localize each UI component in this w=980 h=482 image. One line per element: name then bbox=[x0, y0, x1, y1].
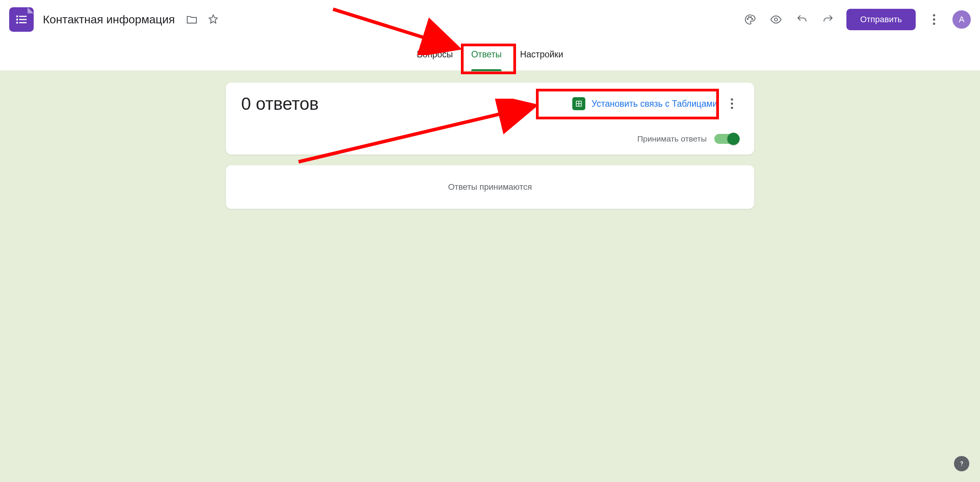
svg-point-7 bbox=[748, 17, 750, 18]
move-to-folder-button[interactable] bbox=[184, 12, 199, 27]
sheets-link-label: Установить связь с Таблицами bbox=[591, 99, 717, 109]
accepting-responses-label: Принимать ответы bbox=[637, 134, 707, 143]
svg-point-9 bbox=[752, 18, 753, 20]
tab-responses[interactable]: Ответы bbox=[471, 46, 501, 63]
svg-point-8 bbox=[750, 17, 751, 18]
app-header: Контактная информация bbox=[0, 0, 980, 39]
responses-card: 0 ответов Установить связь с Таблицами bbox=[226, 83, 754, 155]
status-card: Ответы принимаются bbox=[226, 165, 754, 209]
list-icon bbox=[15, 13, 28, 26]
link-to-sheets-button[interactable]: Установить связь с Таблицами bbox=[572, 97, 717, 110]
accepting-responses-toggle[interactable] bbox=[714, 134, 739, 144]
preview-button[interactable] bbox=[768, 12, 784, 27]
palette-icon bbox=[744, 13, 756, 26]
undo-button[interactable] bbox=[794, 12, 810, 27]
responses-card-menu[interactable] bbox=[725, 97, 739, 111]
forms-app-icon[interactable] bbox=[9, 7, 34, 32]
tabs-bar: Вопросы Ответы Настройки bbox=[0, 39, 980, 70]
folder-icon bbox=[186, 13, 198, 26]
tab-questions[interactable]: Вопросы bbox=[417, 46, 453, 63]
canvas-area: 0 ответов Установить связь с Таблицами bbox=[0, 70, 980, 482]
responses-count: 0 ответов bbox=[241, 93, 319, 114]
help-icon bbox=[957, 459, 966, 468]
theme-button[interactable] bbox=[742, 12, 758, 27]
undo-icon bbox=[796, 13, 808, 26]
send-button[interactable]: Отправить bbox=[846, 9, 916, 30]
redo-icon bbox=[822, 13, 834, 26]
star-icon bbox=[207, 13, 219, 26]
status-text: Ответы принимаются bbox=[226, 182, 754, 192]
svg-rect-5 bbox=[19, 22, 27, 23]
svg-rect-2 bbox=[16, 19, 18, 21]
help-button[interactable] bbox=[954, 456, 969, 471]
more-button[interactable] bbox=[926, 12, 942, 27]
svg-point-10 bbox=[774, 18, 777, 21]
redo-button[interactable] bbox=[820, 12, 836, 27]
svg-point-6 bbox=[747, 18, 748, 20]
tab-settings[interactable]: Настройки bbox=[520, 46, 563, 63]
svg-rect-0 bbox=[16, 16, 18, 18]
svg-rect-4 bbox=[16, 22, 18, 24]
eye-icon bbox=[770, 13, 782, 26]
doc-title[interactable]: Контактная информация bbox=[43, 13, 175, 26]
sheets-icon bbox=[572, 97, 585, 110]
toggle-knob bbox=[727, 133, 740, 145]
account-avatar[interactable]: A bbox=[952, 10, 971, 29]
star-button[interactable] bbox=[206, 12, 221, 27]
svg-rect-3 bbox=[19, 19, 27, 20]
svg-rect-1 bbox=[19, 16, 27, 17]
